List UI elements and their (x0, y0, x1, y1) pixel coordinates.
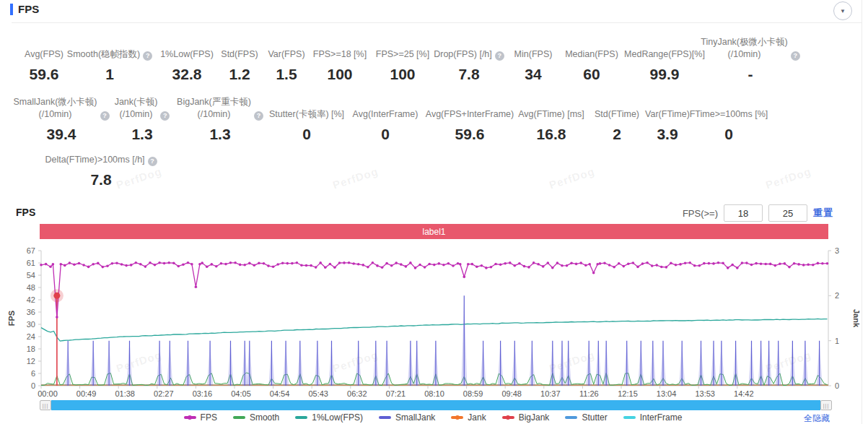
legend-item-smalljank[interactable]: SmallJank (379, 412, 435, 423)
svg-text:07:21: 07:21 (386, 389, 406, 398)
svg-text:02:27: 02:27 (154, 389, 174, 398)
svg-text:6: 6 (31, 369, 35, 378)
legend-label: Stutter (582, 412, 607, 423)
svg-text:42: 42 (27, 295, 35, 304)
metric-label: Delta(FTime)>100ms [/h]? (32, 142, 170, 166)
metric-value: 0 (660, 126, 797, 143)
svg-text:13:04: 13:04 (657, 389, 677, 398)
watermark-text: PerfDog (764, 165, 812, 191)
panel-title: FPS (18, 3, 39, 15)
svg-text:FPS: FPS (7, 311, 16, 326)
svg-text:12:15: 12:15 (618, 389, 638, 398)
svg-text:54: 54 (27, 271, 35, 280)
metric-cell: FTime>=100ms [%] 0 (660, 96, 797, 143)
legend-marker (379, 416, 391, 419)
svg-text:3: 3 (835, 246, 839, 255)
svg-text:05:43: 05:43 (308, 389, 328, 398)
chart-scrollbar: ||| ||| (40, 400, 832, 410)
svg-text:04:54: 04:54 (270, 389, 290, 398)
svg-text:03:16: 03:16 (193, 389, 213, 398)
metric-value: - (682, 66, 819, 83)
panel-header: FPS (10, 3, 39, 15)
fps-panel: FPS ▼ Avg(FPS) 59.6 Smooth(稳帧指数)? 1 1%Lo… (0, 0, 868, 424)
legend-marker (451, 416, 463, 419)
legend-label: Jank (468, 412, 486, 423)
help-icon[interactable]: ? (791, 51, 800, 61)
metric-cell: TinyJank(极微小卡顿) (/10min)? - (682, 36, 819, 83)
svg-text:0: 0 (31, 381, 35, 390)
metric-label: FTime>=100ms [%] (660, 96, 797, 121)
svg-text:00:49: 00:49 (76, 389, 97, 398)
header-accent-bar (10, 4, 13, 15)
collapse-button[interactable]: ▼ (833, 1, 852, 20)
svg-text:11:26: 11:26 (579, 389, 599, 398)
svg-text:08:10: 08:10 (424, 389, 444, 398)
metric-cell: Delta(FTime)>100ms [/h]? 7.8 (32, 142, 170, 189)
svg-text:18: 18 (27, 345, 35, 353)
svg-text:0: 0 (835, 381, 839, 390)
svg-text:61: 61 (27, 259, 35, 267)
watermark-text: PerfDog (331, 165, 380, 191)
scrollbar-track[interactable] (51, 400, 820, 410)
legend-label: Smooth (250, 412, 279, 423)
svg-text:01:38: 01:38 (115, 389, 135, 398)
label-band[interactable]: label1 (40, 224, 828, 239)
svg-text:67: 67 (27, 246, 35, 255)
chart-section-title: FPS (16, 207, 35, 218)
header-divider (12, 22, 862, 23)
legend-label: 1%Low(FPS) (312, 412, 363, 423)
legend-marker (233, 416, 245, 419)
fps-threshold-label: FPS(>=) (683, 208, 718, 219)
help-icon[interactable]: ? (148, 157, 157, 166)
legend-item-fps[interactable]: FPS (184, 412, 217, 423)
svg-text:13:53: 13:53 (695, 389, 715, 398)
legend-item-jank[interactable]: Jank (451, 412, 486, 423)
fps-chart-plot[interactable]: 6761544842363024181260321000:0000:4901:3… (0, 244, 868, 404)
svg-text:14:42: 14:42 (734, 389, 754, 398)
svg-text:24: 24 (27, 332, 35, 341)
scrollbar-right-handle[interactable]: ||| (820, 400, 832, 410)
fps-threshold-input-2[interactable] (768, 204, 807, 222)
svg-text:12: 12 (27, 357, 35, 365)
watermark-text: PerfDog (548, 165, 596, 191)
legend-marker (565, 416, 577, 419)
legend-marker (184, 416, 196, 419)
svg-text:08:59: 08:59 (463, 389, 483, 398)
svg-text:36: 36 (27, 308, 35, 316)
svg-text:00:00: 00:00 (38, 389, 58, 398)
legend-label: InterFrame (640, 412, 683, 423)
chevron-down-icon: ▼ (840, 8, 846, 14)
svg-text:10:37: 10:37 (540, 389, 561, 398)
legend-item-interframe[interactable]: InterFrame (623, 412, 683, 423)
reset-button[interactable]: 重置 (813, 207, 833, 220)
svg-text:1: 1 (835, 337, 839, 345)
svg-text:04:05: 04:05 (231, 389, 251, 398)
metric-label: TinyJank(极微小卡顿) (/10min)? (682, 36, 819, 61)
legend-item-stutter[interactable]: Stutter (565, 412, 607, 423)
legend-marker (295, 416, 307, 419)
chart-legend: FPS Smooth 1%Low(FPS) SmallJank Jank Big… (108, 412, 758, 423)
legend-marker (623, 416, 636, 419)
svg-text:09:48: 09:48 (501, 389, 522, 398)
svg-text:06:32: 06:32 (347, 389, 367, 398)
svg-text:48: 48 (27, 283, 35, 292)
fps-threshold-controls: FPS(>=) 重置 (683, 204, 833, 222)
legend-item-bigjank[interactable]: BigJank (502, 412, 550, 423)
hide-all-link[interactable]: 全隐藏 (804, 412, 830, 424)
svg-text:30: 30 (27, 320, 35, 329)
svg-text:2: 2 (835, 291, 839, 300)
legend-item-1lowfps[interactable]: 1%Low(FPS) (295, 412, 363, 423)
legend-label: BigJank (519, 412, 550, 423)
legend-marker (502, 416, 514, 419)
legend-label: FPS (201, 412, 217, 423)
label-band-text: label1 (422, 227, 445, 237)
scrollbar-left-handle[interactable]: ||| (40, 400, 51, 410)
legend-label: SmallJank (395, 412, 435, 423)
legend-item-smooth[interactable]: Smooth (233, 412, 279, 423)
svg-text:Jank: Jank (852, 309, 861, 328)
fps-threshold-input-1[interactable] (724, 204, 763, 222)
metric-value: 7.8 (32, 171, 170, 189)
